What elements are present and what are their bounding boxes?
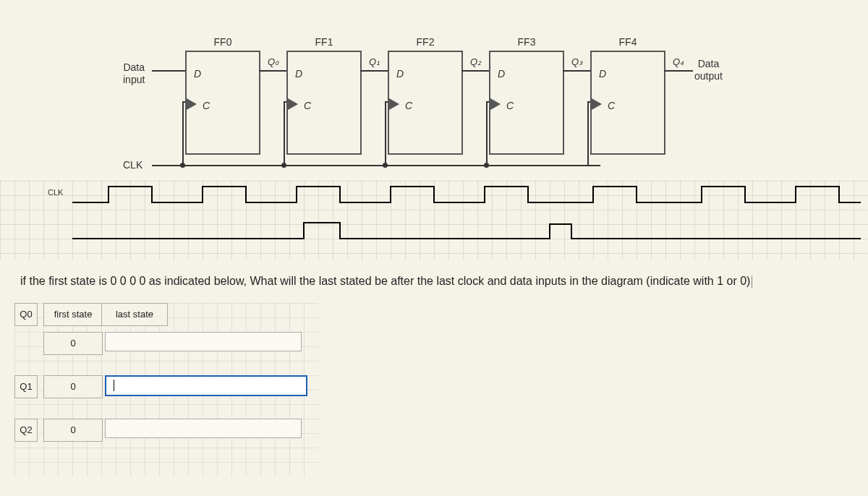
wire bbox=[259, 70, 286, 72]
last-state-q2-input[interactable] bbox=[105, 419, 302, 438]
clk-wire-h bbox=[385, 101, 388, 103]
clk-wire-v bbox=[385, 101, 386, 166]
ff-title: FF2 bbox=[389, 36, 461, 48]
row-label-q2: Q2 bbox=[14, 419, 38, 442]
data-output-label: Dataoutput bbox=[694, 58, 723, 82]
data-input-label: Datainput bbox=[123, 61, 145, 86]
clk-wire-v bbox=[284, 101, 285, 166]
d-label: D bbox=[599, 68, 606, 80]
q-label-0: Q₀ bbox=[268, 56, 278, 67]
clk-wire-h bbox=[587, 101, 590, 103]
c-label: C bbox=[405, 100, 412, 111]
c-label: C bbox=[608, 100, 615, 111]
flipflop-2: FF2 D C bbox=[388, 51, 463, 155]
ff-title: FF0 bbox=[187, 36, 259, 48]
wire bbox=[461, 70, 489, 72]
shift-register-diagram: Datainput Dataoutput CLK FF0 D C Q₀ FF1 … bbox=[0, 22, 868, 181]
clk-wire-v bbox=[587, 101, 589, 166]
wire bbox=[563, 70, 590, 72]
junction-dot bbox=[281, 163, 286, 168]
q-label-1: Q₁ bbox=[369, 56, 380, 67]
header-first-state: first state bbox=[43, 303, 103, 326]
clock-triangle-icon bbox=[187, 98, 197, 110]
clk-wire-v bbox=[486, 101, 488, 166]
clk-wire-h bbox=[182, 101, 185, 103]
last-state-q0-input[interactable] bbox=[105, 332, 302, 351]
d-label: D bbox=[295, 68, 302, 80]
junction-dot bbox=[180, 163, 185, 168]
clk-wire-v bbox=[182, 101, 184, 166]
timing-diagram: CLK bbox=[0, 181, 868, 260]
junction-dot bbox=[484, 163, 489, 168]
flipflop-0: FF0 D C bbox=[185, 51, 260, 155]
first-state-q2: 0 bbox=[43, 419, 103, 442]
first-state-q0: 0 bbox=[43, 332, 103, 355]
row-label-q0: Q0 bbox=[14, 303, 38, 326]
ff-title: FF4 bbox=[592, 36, 664, 48]
state-table: first state last state Q0 0 Q1 0 Q2 0 bbox=[14, 303, 868, 476]
first-state-q1: 0 bbox=[43, 375, 103, 398]
q-label-2: Q₂ bbox=[470, 56, 481, 67]
q-label-3: Q₃ bbox=[571, 56, 582, 67]
wire bbox=[152, 70, 185, 72]
d-label: D bbox=[396, 68, 404, 80]
flipflop-1: FF1 D C bbox=[286, 51, 362, 155]
c-label: C bbox=[304, 100, 311, 111]
clk-wire bbox=[152, 165, 600, 166]
q-label-4: Q₄ bbox=[673, 56, 684, 67]
clk-wire-h bbox=[284, 101, 286, 103]
row-label-q1: Q1 bbox=[14, 375, 38, 398]
c-label: C bbox=[506, 100, 514, 111]
clock-triangle-icon bbox=[288, 98, 298, 110]
c-label: C bbox=[203, 100, 210, 111]
question-text: if the first state is 0 0 0 0 as indicat… bbox=[20, 275, 861, 288]
text-cursor bbox=[752, 275, 752, 288]
input-caret bbox=[114, 380, 114, 391]
ff-title: FF1 bbox=[288, 36, 360, 48]
d-label: D bbox=[194, 68, 201, 80]
clk-wire-h bbox=[486, 101, 489, 103]
flipflop-3: FF3 D C bbox=[489, 51, 564, 155]
flipflop-4: FF4 D C bbox=[590, 51, 665, 155]
wire bbox=[664, 70, 693, 72]
clock-triangle-icon bbox=[592, 98, 602, 110]
clk-label: CLK bbox=[123, 159, 142, 171]
wire bbox=[360, 70, 388, 72]
clock-triangle-icon bbox=[490, 98, 501, 110]
last-state-q1-input[interactable] bbox=[105, 375, 307, 396]
header-last-state: last state bbox=[101, 303, 168, 326]
clock-triangle-icon bbox=[389, 98, 399, 110]
d-label: D bbox=[498, 68, 505, 80]
junction-dot bbox=[383, 163, 388, 168]
ff-title: FF3 bbox=[490, 36, 563, 48]
clk-waveform-icon bbox=[0, 181, 868, 260]
